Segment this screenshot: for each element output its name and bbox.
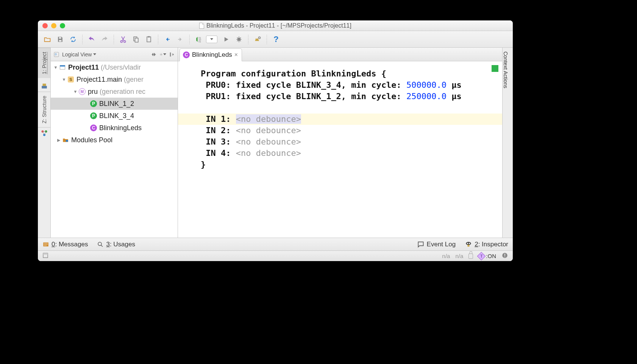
paste-button[interactable] [142,34,155,45]
tree-modules-pool-label: Modules Pool [71,136,112,144]
project-panel-header: D Logical View [51,48,178,61]
debug-button[interactable] [233,34,245,45]
app-window: BlinkningLeds - Project11 - [~/MPSProjec… [38,20,513,261]
code-in4-val: <no debounce> [236,148,301,158]
open-button[interactable] [41,34,54,45]
tree-blinkled[interactable]: C BlinkningLeds [51,122,178,134]
tree-root[interactable]: Project11 (/Users/vladir [51,61,178,73]
code-in2-label: IN 2: [206,126,236,135]
eventlog-tool[interactable]: Event Log [417,241,456,248]
build-button[interactable]: 011001 [192,34,205,45]
tree-blinkled-label: BlinkningLeds [99,124,142,132]
leftrail-structure-tab[interactable]: Z: Structure [38,92,50,128]
code-in2-val: <no debounce> [236,126,301,135]
tree-pru-note: (generation rec [100,88,145,96]
leftrail-project-tab[interactable]: 1: Project [38,48,50,78]
event-indicator-icon[interactable] [501,252,508,260]
tree-root-name: Project11 [68,64,99,72]
run-button[interactable] [220,34,233,45]
tree-pru[interactable]: pru (generation rec [51,86,178,98]
code-pru1-label: PRU1: fixed cycle BLINK_1_2, min cycle: [206,92,406,101]
right-tool-rail: Context Actions [502,48,513,238]
svg-rect-34 [43,253,48,255]
status-panel-toggle[interactable] [42,252,48,260]
code-in3-val: <no debounce> [236,137,301,146]
rightrail-context-tab[interactable]: Context Actions [503,48,509,92]
tree-pru-name: pru [88,88,98,96]
tab-kind-icon: C [183,51,190,58]
lock-icon[interactable] [468,254,473,259]
svg-point-31 [467,243,468,244]
code-in3-label: IN 3: [206,137,236,146]
svg-rect-1 [59,40,62,41]
svg-point-29 [466,242,471,245]
hide-panel-icon[interactable] [169,51,175,58]
svg-rect-0 [59,37,61,39]
tree-main-note: (gener [124,76,144,84]
inspection-status-icon[interactable] [492,65,498,72]
messages-tool[interactable]: 0: Messages [42,241,88,248]
gear-icon[interactable] [159,51,166,58]
help-button[interactable]: ? [270,34,283,45]
project-panel: D Logical View [51,48,178,238]
tree-blink12-label: BLINK_1_2 [99,100,134,108]
tree-blink34[interactable]: P BLINK_3_4 [51,110,178,122]
window-zoom-button[interactable] [60,23,65,28]
cut-button[interactable] [117,34,130,45]
inspector-tool[interactable]: 2: Inspector [465,241,508,248]
svg-rect-25 [60,65,65,67]
status-bar: n/a n/a T :ON [38,250,513,261]
tree-blink12[interactable]: P BLINK_1_2 [51,98,178,110]
tab-bar: C BlinkningLeds × [178,48,502,61]
svg-rect-5 [135,38,138,42]
svg-point-22 [161,54,161,54]
window-close-button[interactable] [42,23,48,28]
redo-button[interactable] [98,34,111,45]
tree-main[interactable]: S Project11.main (gener [51,73,178,86]
code-in4-label: IN 4: [206,148,236,158]
editor-tab[interactable]: C BlinkningLeds × [180,48,242,61]
window-minimize-button[interactable] [51,23,56,28]
undo-button[interactable] [85,34,98,45]
editor-area: C BlinkningLeds × Program configuration … [178,48,502,238]
code-editor[interactable]: Program configuration BlinkningLeds { PR… [178,61,502,238]
tab-close-icon[interactable]: × [234,51,238,58]
back-button[interactable] [161,34,174,45]
tree-blink34-label: BLINK_3_4 [99,112,134,120]
view-selector[interactable]: Logical View [62,51,96,58]
main-toolbar: 011001 ? [38,31,513,48]
svg-point-32 [469,243,470,244]
project-view-icon: D [53,51,60,58]
forward-button[interactable] [174,34,187,45]
svg-rect-6 [147,37,151,42]
svg-rect-30 [468,244,470,246]
status-na1: n/a [442,253,450,259]
svg-rect-8 [168,39,170,40]
collapse-icon[interactable] [150,51,157,58]
run-config-select[interactable] [206,36,217,43]
window-title: BlinkningLeds - Project11 - [~/MPSProjec… [38,22,513,29]
leftrail-icon2[interactable] [38,128,50,139]
copy-button[interactable] [130,34,142,45]
svg-point-2 [120,40,122,42]
sync-button[interactable] [67,34,80,45]
leftrail-structure-label: Z: Structure [41,96,47,123]
window-title-text: BlinkningLeds - Project11 - [~/MPSProjec… [206,22,351,29]
usages-tool[interactable]: 3: Usages [97,241,135,248]
code-pru1-val: 250000.0 [406,92,447,101]
svg-text:01: 01 [198,40,201,43]
settings-button[interactable] [251,34,264,45]
tree-main-name: Project11.main [77,76,122,84]
bottom-tool-bar: 0: Messages 3: Usages Event Log 2: Inspe… [38,238,513,250]
status-t-on[interactable]: T :ON [478,253,496,259]
project-tree[interactable]: Project11 (/Users/vladir S Project11.mai… [51,61,178,238]
svg-point-14 [259,37,261,39]
svg-rect-9 [178,39,180,40]
svg-rect-26 [66,140,68,142]
tree-modules-pool[interactable]: Modules Pool [51,134,178,146]
leftrail-icon1[interactable] [38,80,50,92]
svg-rect-23 [170,52,171,56]
svg-rect-36 [504,254,505,256]
left-tool-rail: 1: Project Z: Structure [38,48,51,238]
save-button[interactable] [54,34,67,45]
